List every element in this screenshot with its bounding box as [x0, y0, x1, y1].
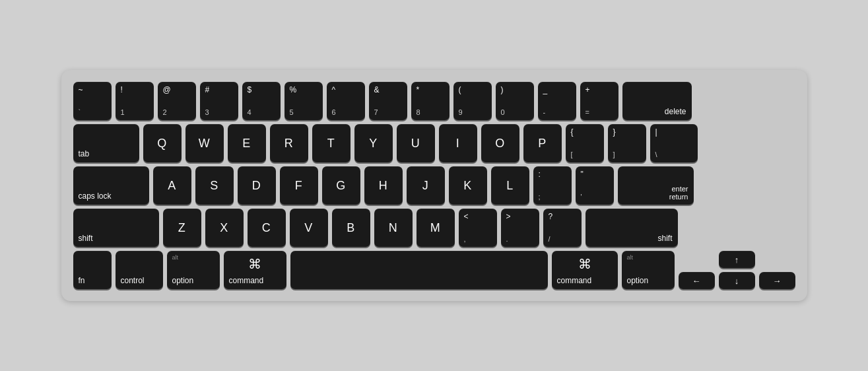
key-option-right[interactable]: alt option	[622, 251, 675, 289]
keyboard: ~ ` ! 1 @ 2 # 3 $ 4 % 5 ^ 6 & 7	[61, 70, 807, 301]
key-space[interactable]	[290, 251, 548, 289]
row-modifiers: fn control alt option ⌘ command ⌘ comman…	[73, 251, 795, 289]
key-2[interactable]: @ 2	[158, 82, 196, 120]
key-option-left[interactable]: alt option	[167, 251, 220, 289]
key-backtick[interactable]: ~ `	[73, 82, 112, 120]
key-comma[interactable]: < ,	[459, 209, 497, 247]
key-tab[interactable]: tab	[73, 124, 139, 162]
key-v[interactable]: V	[290, 209, 328, 247]
key-caps-lock[interactable]: caps lock	[73, 166, 149, 205]
key-1[interactable]: ! 1	[116, 82, 154, 120]
key-z[interactable]: Z	[163, 209, 201, 247]
key-6[interactable]: ^ 6	[327, 82, 365, 120]
key-y[interactable]: Y	[354, 124, 393, 162]
key-arrow-right[interactable]: →	[759, 272, 795, 289]
key-command-right[interactable]: ⌘ command	[552, 251, 618, 289]
key-b[interactable]: B	[332, 209, 370, 247]
key-bracket-close[interactable]: } ]	[608, 124, 646, 162]
key-7[interactable]: & 7	[369, 82, 407, 120]
key-semicolon[interactable]: : ;	[533, 166, 572, 205]
key-o[interactable]: O	[481, 124, 519, 162]
key-9[interactable]: ( 9	[453, 82, 492, 120]
key-slash[interactable]: ? /	[543, 209, 582, 247]
key-x[interactable]: X	[205, 209, 244, 247]
key-control[interactable]: control	[116, 251, 163, 289]
key-minus[interactable]: _ -	[538, 82, 576, 120]
key-command-left[interactable]: ⌘ command	[224, 251, 286, 289]
key-p[interactable]: P	[523, 124, 562, 162]
key-backslash[interactable]: | \	[650, 124, 698, 162]
key-n[interactable]: N	[374, 209, 413, 247]
row-asdf: caps lock A S D F G H J K L : ; " ' ente…	[73, 166, 795, 205]
key-k[interactable]: K	[449, 166, 487, 205]
key-enter[interactable]: enter return	[618, 166, 694, 205]
key-u[interactable]: U	[397, 124, 435, 162]
row-qwerty: tab Q W E R T Y U I O P { [ } ] | \	[73, 124, 795, 162]
key-4[interactable]: $ 4	[242, 82, 281, 120]
key-arrow-down[interactable]: ↓	[719, 272, 755, 289]
key-3[interactable]: # 3	[200, 82, 238, 120]
key-shift-right[interactable]: shift	[585, 209, 678, 247]
key-quote[interactable]: " '	[576, 166, 614, 205]
key-delete[interactable]: delete	[622, 82, 692, 120]
row-zxcv: shift Z X C V B N M < , > . ? / shift	[73, 209, 795, 247]
key-r[interactable]: R	[270, 124, 308, 162]
key-w[interactable]: W	[185, 124, 224, 162]
key-shift-left[interactable]: shift	[73, 209, 159, 247]
key-f[interactable]: F	[280, 166, 318, 205]
key-c[interactable]: C	[248, 209, 286, 247]
key-l[interactable]: L	[491, 166, 529, 205]
key-arrow-up[interactable]: ↑	[719, 251, 755, 268]
key-g[interactable]: G	[322, 166, 360, 205]
key-j[interactable]: J	[407, 166, 445, 205]
key-bracket-open[interactable]: { [	[566, 124, 604, 162]
key-period[interactable]: > .	[501, 209, 539, 247]
key-i[interactable]: I	[439, 124, 477, 162]
key-5[interactable]: % 5	[284, 82, 323, 120]
arrow-keys: ↑ ← ↓ →	[679, 251, 795, 289]
key-fn[interactable]: fn	[73, 251, 112, 289]
key-a[interactable]: A	[153, 166, 191, 205]
key-e[interactable]: E	[228, 124, 266, 162]
key-t[interactable]: T	[312, 124, 351, 162]
key-m[interactable]: M	[417, 209, 455, 247]
row-numbers: ~ ` ! 1 @ 2 # 3 $ 4 % 5 ^ 6 & 7	[73, 82, 795, 120]
key-h[interactable]: H	[364, 166, 403, 205]
key-8[interactable]: * 8	[411, 82, 450, 120]
key-equals[interactable]: + =	[580, 82, 618, 120]
key-arrow-left[interactable]: ←	[679, 272, 715, 289]
key-s[interactable]: S	[195, 166, 234, 205]
key-0[interactable]: ) 0	[496, 82, 534, 120]
key-d[interactable]: D	[238, 166, 276, 205]
key-q[interactable]: Q	[143, 124, 182, 162]
